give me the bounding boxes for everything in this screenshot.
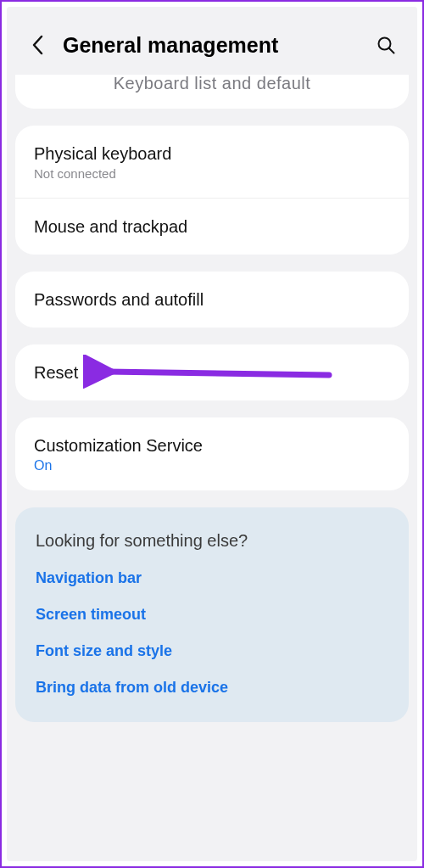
link-screen-timeout[interactable]: Screen timeout [36, 606, 388, 624]
row-title: Reset [34, 361, 390, 384]
row-reset[interactable]: Reset [15, 344, 409, 400]
card-keyboard-list: Keyboard list and default [15, 75, 409, 109]
back-button[interactable] [24, 31, 53, 59]
row-title: Mouse and trackpad [34, 216, 390, 238]
screen: General management Keyboard list and def… [7, 7, 417, 861]
page-title: General management [63, 33, 371, 58]
row-title: Customization Service [34, 434, 390, 456]
content: Keyboard list and default Physical keybo… [7, 75, 417, 722]
card-looking-for: Looking for something else? Navigation b… [15, 507, 409, 722]
row-passwords-autofill[interactable]: Passwords and autofill [15, 272, 409, 328]
card-input-devices: Physical keyboard Not connected Mouse an… [15, 126, 409, 255]
row-mouse-trackpad[interactable]: Mouse and trackpad [15, 198, 409, 255]
search-button[interactable] [371, 31, 400, 59]
row-subtitle: Not connected [34, 166, 390, 181]
row-subtitle: On [34, 458, 390, 473]
row-physical-keyboard[interactable]: Physical keyboard Not connected [15, 126, 409, 198]
header-bar: General management [7, 7, 417, 66]
svg-line-1 [389, 48, 394, 53]
row-title: Passwords and autofill [34, 288, 390, 311]
link-navigation-bar[interactable]: Navigation bar [36, 569, 388, 587]
card-reset: Reset [15, 344, 409, 400]
info-heading: Looking for something else? [36, 531, 388, 551]
row-keyboard-list-default[interactable]: Keyboard list and default [15, 75, 409, 109]
link-bring-data[interactable]: Bring data from old device [36, 679, 388, 697]
search-icon [376, 35, 396, 55]
row-customization-service[interactable]: Customization Service On [15, 417, 409, 490]
card-customization: Customization Service On [15, 417, 409, 490]
link-font-size-style[interactable]: Font size and style [36, 642, 388, 660]
row-title: Physical keyboard [34, 143, 390, 165]
card-passwords: Passwords and autofill [15, 272, 409, 328]
chevron-left-icon [31, 35, 45, 55]
